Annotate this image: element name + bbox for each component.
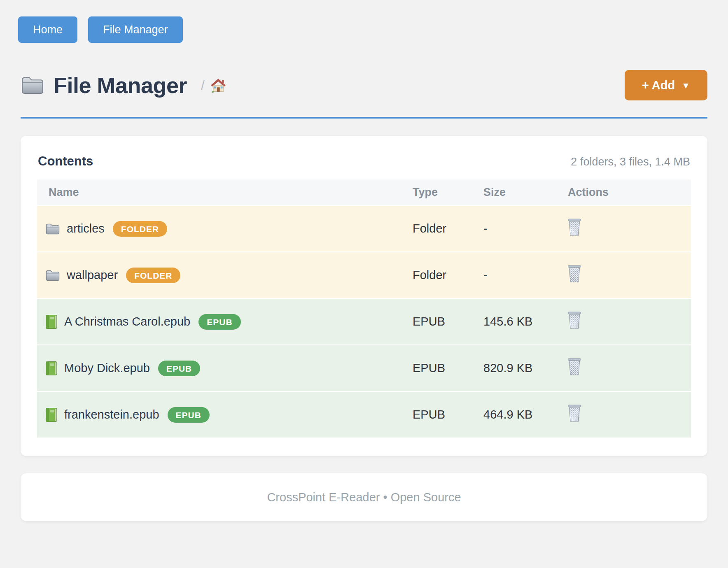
folder-icon	[45, 223, 60, 235]
file-name: articles	[67, 222, 105, 235]
footer-text: CrossPoint E-Reader • Open Source	[267, 491, 461, 504]
delete-button[interactable]	[566, 312, 583, 330]
table-row[interactable]: frankenstein.epub EPUB EPUB 464.9 KB	[37, 391, 691, 438]
page-title: File Manager	[54, 72, 187, 98]
file-name: A Christmas Carol.epub	[64, 315, 190, 328]
column-header-size: Size	[478, 186, 563, 199]
book-icon	[45, 361, 58, 376]
card-header: Contents 2 folders, 3 files, 1.4 MB	[37, 151, 691, 179]
file-name: frankenstein.epub	[64, 408, 159, 421]
page: Home File Manager File Manager /	[0, 0, 728, 568]
home-icon[interactable]	[210, 78, 226, 93]
page-header: File Manager / + Add ▼	[21, 70, 707, 100]
actions-cell	[563, 265, 691, 285]
delete-button[interactable]	[566, 265, 583, 283]
add-button[interactable]: + Add ▼	[625, 70, 707, 100]
table-header-row: Name Type Size Actions	[37, 179, 691, 205]
trash-icon	[567, 324, 581, 330]
table-row[interactable]: articles FOLDER Folder -	[37, 205, 691, 251]
caret-down-icon: ▼	[681, 81, 690, 91]
column-header-actions: Actions	[563, 186, 691, 199]
file-type: EPUB	[408, 408, 478, 421]
table-body: articles FOLDER Folder -	[37, 205, 691, 438]
contents-summary: 2 folders, 3 files, 1.4 MB	[571, 156, 690, 168]
breadcrumb-separator: /	[201, 78, 205, 93]
file-size: -	[478, 268, 563, 282]
add-button-label: + Add	[642, 79, 675, 92]
type-badge: EPUB	[198, 314, 240, 330]
column-header-name: Name	[37, 186, 408, 199]
delete-button[interactable]	[566, 405, 583, 423]
file-size: 820.9 KB	[478, 361, 563, 375]
contents-heading: Contents	[38, 154, 93, 169]
trash-icon	[567, 370, 581, 377]
column-header-type: Type	[408, 186, 478, 199]
file-type: Folder	[408, 222, 478, 235]
accent-divider	[21, 117, 707, 119]
folder-icon	[45, 269, 60, 282]
trash-icon	[567, 277, 581, 284]
file-manager-button[interactable]: File Manager	[88, 16, 183, 43]
file-type: Folder	[408, 268, 478, 282]
actions-cell	[563, 312, 691, 332]
footer: CrossPoint E-Reader • Open Source	[21, 473, 707, 521]
type-badge: EPUB	[168, 407, 210, 423]
file-size: 464.9 KB	[478, 408, 563, 421]
trash-icon	[567, 417, 581, 423]
table-row[interactable]: A Christmas Carol.epub EPUB EPUB 145.6 K…	[37, 298, 691, 345]
file-name: wallpaper	[67, 268, 118, 282]
actions-cell	[563, 405, 691, 425]
name-cell: A Christmas Carol.epub EPUB	[37, 314, 408, 330]
actions-cell	[563, 219, 691, 239]
file-type: EPUB	[408, 315, 478, 328]
file-size: -	[478, 222, 563, 235]
book-icon	[45, 314, 58, 329]
home-button[interactable]: Home	[18, 16, 77, 43]
delete-button[interactable]	[566, 219, 583, 237]
type-badge: FOLDER	[126, 268, 180, 283]
type-badge: FOLDER	[113, 221, 167, 237]
name-cell: articles FOLDER	[37, 221, 408, 237]
file-table: Name Type Size Actions	[37, 179, 691, 438]
book-icon	[45, 407, 58, 422]
folder-icon	[21, 75, 44, 95]
top-nav: Home File Manager	[18, 16, 707, 43]
trash-icon	[567, 231, 581, 237]
delete-button[interactable]	[566, 358, 583, 376]
contents-card: Contents 2 folders, 3 files, 1.4 MB Name…	[21, 136, 707, 456]
title-wrap: File Manager /	[21, 72, 226, 98]
name-cell: frankenstein.epub EPUB	[37, 407, 408, 423]
name-cell: Moby Dick.epub EPUB	[37, 361, 408, 376]
table-row[interactable]: Moby Dick.epub EPUB EPUB 820.9 KB	[37, 345, 691, 391]
file-type: EPUB	[408, 361, 478, 375]
name-cell: wallpaper FOLDER	[37, 268, 408, 283]
type-badge: EPUB	[158, 361, 200, 376]
actions-cell	[563, 358, 691, 378]
table-row[interactable]: wallpaper FOLDER Folder -	[37, 251, 691, 298]
file-size: 145.6 KB	[478, 315, 563, 328]
file-name: Moby Dick.epub	[64, 361, 150, 375]
